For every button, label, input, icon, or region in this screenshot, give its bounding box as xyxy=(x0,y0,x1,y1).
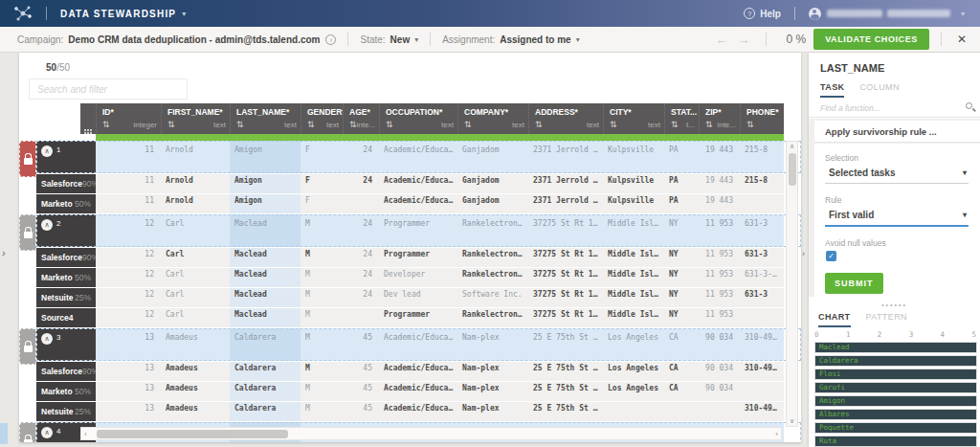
column-header[interactable]: OCCUPATION*⇅text xyxy=(379,103,457,134)
cell[interactable]: Middle Island xyxy=(603,268,664,287)
cell[interactable]: Caldarera xyxy=(230,382,301,401)
tab-chart[interactable]: CHART xyxy=(818,312,851,327)
cell[interactable]: 12 xyxy=(96,214,161,247)
drag-handle-icon[interactable] xyxy=(84,129,86,131)
cell[interactable]: Middle Island xyxy=(603,288,664,307)
cell[interactable]: PA xyxy=(664,194,699,213)
cell[interactable]: Maclead xyxy=(230,308,301,327)
column-header[interactable]: COMPANY*⇅text xyxy=(457,103,528,134)
cell[interactable]: 37275 St Rt 17m M xyxy=(528,268,603,287)
cell[interactable]: Amadeus xyxy=(161,402,230,421)
column-header[interactable]: FIRST_NAME*⇅text xyxy=(161,103,230,134)
cell[interactable]: M xyxy=(301,382,343,401)
source-row[interactable]: Netsuite25%12CarlMacleadM24Dev leadSoftw… xyxy=(36,288,801,307)
cell[interactable]: 25 E 75th St #69 xyxy=(528,382,603,401)
cell[interactable]: 2371 Jerrold Ave xyxy=(528,194,603,213)
cell[interactable]: 215-8 xyxy=(740,141,784,173)
cell[interactable]: Carl xyxy=(161,308,230,327)
cell[interactable]: 19 443 xyxy=(699,194,740,213)
cell[interactable]: Kulpsville xyxy=(603,194,664,213)
apply-survivorship-rule-item[interactable]: Apply survivorship rule ... xyxy=(814,121,980,143)
cell[interactable]: M xyxy=(301,268,343,287)
state-select[interactable]: New xyxy=(390,34,411,45)
cell[interactable]: 37275 St Rt 17m M xyxy=(528,288,603,307)
assignment-select[interactable]: Assigned to me xyxy=(500,34,570,45)
cell[interactable]: 310-498-565 xyxy=(740,402,784,421)
cell[interactable]: Amadeus xyxy=(161,328,230,361)
source-row[interactable]: Marketo50%11ArnoldAmigonFAcademic/Educat… xyxy=(36,194,801,213)
cell[interactable]: 12 xyxy=(96,268,161,287)
cell[interactable]: Los Angeles xyxy=(603,328,664,361)
sort-icon[interactable]: ⇅ xyxy=(386,120,393,129)
cell[interactable]: Software Inc. xyxy=(457,288,528,307)
cell[interactable]: CA xyxy=(664,362,699,381)
cell[interactable]: 11 953 xyxy=(699,214,740,247)
cell[interactable]: Maclead xyxy=(230,288,301,307)
cell[interactable]: Academic/Educator xyxy=(379,402,457,421)
cell[interactable]: Middle Island xyxy=(603,248,664,267)
sort-icon[interactable]: ⇅ xyxy=(236,120,244,129)
vscroll-thumb[interactable] xyxy=(789,153,796,186)
cell[interactable] xyxy=(740,308,784,327)
collapse-group-icon[interactable]: ∧ xyxy=(41,427,53,438)
cell[interactable]: Los Angeles xyxy=(603,362,664,381)
sort-icon[interactable]: ⇅ xyxy=(167,120,175,129)
cell[interactable]: 25 E 75th St #69 xyxy=(528,328,603,361)
cell[interactable]: 45 xyxy=(343,402,379,421)
cell[interactable]: Nam-plex xyxy=(457,328,528,361)
cell[interactable]: 19 443 xyxy=(699,174,740,193)
scroll-left-icon[interactable]: ‹ xyxy=(84,430,87,438)
cell[interactable]: 12 xyxy=(96,288,161,307)
cell[interactable]: Programmer xyxy=(379,308,457,327)
cell[interactable]: Amigon xyxy=(230,174,301,193)
cell[interactable]: Ganjadom xyxy=(457,141,528,173)
cell[interactable]: PA xyxy=(664,141,699,173)
cell[interactable]: NY xyxy=(664,308,699,327)
cell[interactable]: Programmer xyxy=(379,214,457,247)
column-header[interactable]: CITY*⇅text xyxy=(603,103,664,134)
cell[interactable]: Caldarera xyxy=(230,328,301,361)
cell[interactable]: 2371 Jerrold Ave xyxy=(528,141,603,173)
cell[interactable]: NY xyxy=(664,214,699,247)
cell[interactable]: Rankelectronics xyxy=(457,248,528,267)
cell[interactable]: Amadeus xyxy=(161,362,230,381)
cell[interactable]: Academic/Educator xyxy=(379,362,457,381)
cell[interactable]: 24 xyxy=(343,214,379,247)
cell[interactable]: 37275 St Rt 17m M xyxy=(528,248,603,267)
cell[interactable]: Maclead xyxy=(230,248,301,267)
column-header[interactable]: AGE*⇅inte... xyxy=(343,103,379,134)
cell[interactable]: Dev lead xyxy=(379,288,457,307)
cell[interactable]: 13 xyxy=(96,382,161,401)
cell[interactable]: CA xyxy=(664,382,699,401)
sort-icon[interactable]: ⇅ xyxy=(705,120,713,129)
cell[interactable]: F xyxy=(301,141,343,173)
cell[interactable] xyxy=(699,402,740,421)
next-arrow-icon[interactable]: → xyxy=(737,33,749,47)
cell[interactable] xyxy=(664,402,699,421)
collapse-group-icon[interactable]: ∧ xyxy=(41,333,53,345)
cell[interactable]: Caldarera xyxy=(230,402,301,421)
cell[interactable]: 24 xyxy=(343,174,379,193)
sort-icon[interactable]: ⇅ xyxy=(102,120,110,129)
cell[interactable]: 13 xyxy=(96,362,161,381)
cell[interactable]: M xyxy=(301,362,343,381)
cell[interactable]: Rankelectronics xyxy=(457,214,528,247)
cell[interactable]: Amigon xyxy=(230,194,301,213)
cell[interactable]: Arnold xyxy=(161,194,230,213)
chart-bar[interactable]: Garufi xyxy=(814,382,977,393)
cell[interactable]: 90 034 xyxy=(699,382,740,401)
cell[interactable]: Rankelectronics xyxy=(457,308,528,327)
column-header[interactable]: ID*⇅integer xyxy=(96,103,161,134)
vertical-scrollbar[interactable]: ∧ ∨ xyxy=(786,141,798,427)
scroll-down-icon[interactable]: ∨ xyxy=(787,417,797,425)
cell[interactable]: NY xyxy=(664,268,699,287)
chart-bar[interactable]: Flosi xyxy=(814,369,977,380)
master-row[interactable]: ∧212CarlMacleadM24ProgrammerRankelectron… xyxy=(36,214,801,247)
cell[interactable]: Middle Island xyxy=(603,214,664,247)
chart-bar[interactable]: Albares xyxy=(814,409,977,420)
cell[interactable]: 45 xyxy=(343,382,379,401)
sort-icon[interactable]: ⇅ xyxy=(535,120,543,129)
horizontal-scrollbar[interactable]: ‹ › xyxy=(80,427,782,440)
group-header[interactable]: ∧3 xyxy=(36,328,96,361)
cell[interactable]: 90 034 xyxy=(699,362,740,381)
